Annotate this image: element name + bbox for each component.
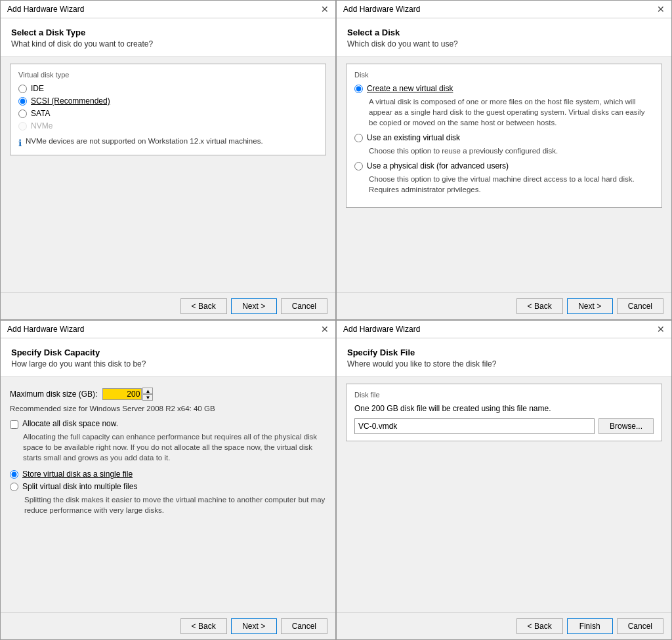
label-scsi: SCSI (Recommended) — [31, 96, 110, 106]
next-button-2[interactable]: Next > — [567, 298, 613, 314]
label-new-virtual: Create a new virtual disk — [367, 84, 453, 93]
radio-sata[interactable] — [18, 110, 27, 118]
option-multiple-files: Split virtual disk into multiple files — [10, 482, 326, 491]
next-button-3[interactable]: Next > — [231, 618, 277, 634]
desc-physical-disk: Choose this option to give the virtual m… — [369, 174, 654, 195]
option-single-file: Store virtual disk as a single file — [10, 470, 326, 479]
back-button-3[interactable]: < Back — [180, 618, 227, 634]
radio-existing-virtual[interactable] — [354, 134, 363, 142]
disk-size-label: Maximum disk size (GB): — [10, 390, 97, 399]
option-ide: IDE — [18, 84, 318, 93]
spinner-buttons: ▲ ▼ — [142, 388, 153, 401]
wizard-header-1: Select a Disk Type What kind of disk do … — [1, 18, 335, 57]
wizard-header-4: Specify Disk File Where would you like t… — [337, 338, 671, 377]
close-button-3[interactable]: ✕ — [321, 325, 329, 334]
panel-disk-capacity: Add Hardware Wizard ✕ Specify Disk Capac… — [0, 320, 336, 640]
file-desc: One 200 GB disk file will be created usi… — [354, 404, 654, 413]
disk-type-label: Virtual disk type — [18, 71, 318, 79]
desc-existing-virtual: Choose this option to reuse a previously… — [369, 146, 654, 156]
label-ide: IDE — [31, 84, 44, 93]
close-button-2[interactable]: ✕ — [657, 5, 665, 14]
option-sata: SATA — [18, 109, 318, 118]
header-title-1: Select a Disk Type — [11, 28, 325, 37]
label-existing-virtual: Use an existing virtual disk — [367, 133, 460, 142]
back-button-4[interactable]: < Back — [516, 618, 563, 634]
option-scsi: SCSI (Recommended) — [18, 96, 318, 106]
wizard-title-2: Add Hardware Wizard — [343, 5, 420, 14]
panel-select-disk-type: Add Hardware Wizard ✕ Select a Disk Type… — [0, 0, 336, 320]
radio-multiple-files[interactable] — [10, 483, 18, 491]
label-sata: SATA — [31, 109, 51, 118]
header-title-3: Specify Disk Capacity — [11, 348, 325, 357]
radio-physical-disk[interactable] — [354, 162, 363, 170]
panel-select-disk: Add Hardware Wizard ✕ Select a Disk Whic… — [336, 0, 672, 320]
wizard-footer-1: < Back Next > Cancel — [1, 292, 335, 319]
wizard-body-4: Disk file One 200 GB disk file will be c… — [337, 377, 671, 612]
radio-scsi[interactable] — [18, 97, 27, 106]
wizard-title-1: Add Hardware Wizard — [7, 5, 84, 14]
file-name-input[interactable] — [354, 418, 595, 434]
titlebar-3: Add Hardware Wizard ✕ — [1, 321, 335, 338]
cancel-button-2[interactable]: Cancel — [617, 298, 663, 314]
option-new-virtual: Create a new virtual disk — [354, 84, 654, 93]
wizard-footer-2: < Back Next > Cancel — [337, 292, 671, 319]
radio-new-virtual[interactable] — [354, 85, 363, 93]
back-button-2[interactable]: < Back — [516, 298, 563, 314]
panel-disk-file: Add Hardware Wizard ✕ Specify Disk File … — [336, 320, 672, 640]
option-physical-disk: Use a physical disk (for advanced users) — [354, 161, 654, 170]
file-input-row: Browse... — [354, 418, 654, 434]
disk-file-label: Disk file — [354, 391, 654, 399]
wizard-header-2: Select a Disk Which disk do you want to … — [337, 18, 671, 57]
wizard-body-2: Disk Create a new virtual disk A virtual… — [337, 57, 671, 292]
spinner-down[interactable]: ▼ — [142, 394, 153, 401]
back-button-1[interactable]: < Back — [180, 298, 227, 314]
option-nvme: NVMe — [18, 121, 318, 130]
split-desc: Splitting the disk makes it easier to mo… — [24, 494, 326, 515]
label-physical-disk: Use a physical disk (for advanced users) — [367, 161, 509, 170]
allocate-desc: Allocating the full capacity can enhance… — [23, 431, 326, 463]
disk-type-section: Virtual disk type IDE SCSI (Recommended)… — [10, 64, 326, 155]
radio-single-file[interactable] — [10, 470, 18, 479]
option-existing-virtual: Use an existing virtual disk — [354, 133, 654, 142]
header-subtitle-4: Where would you like to store the disk f… — [347, 359, 661, 369]
disk-select-section: Disk Create a new virtual disk A virtual… — [346, 64, 662, 208]
wizard-footer-3: < Back Next > Cancel — [1, 612, 335, 639]
disk-file-section: Disk file One 200 GB disk file will be c… — [346, 384, 662, 441]
radio-nvme — [18, 122, 27, 130]
cancel-button-4[interactable]: Cancel — [617, 618, 663, 634]
wizard-body-3: Maximum disk size (GB): ▲ ▼ Recommended … — [1, 377, 335, 612]
titlebar-4: Add Hardware Wizard ✕ — [337, 321, 671, 338]
wizard-title-4: Add Hardware Wizard — [343, 325, 420, 334]
wizard-footer-4: < Back Finish Cancel — [337, 612, 671, 639]
titlebar-2: Add Hardware Wizard ✕ — [337, 1, 671, 18]
wizard-title-3: Add Hardware Wizard — [7, 325, 84, 334]
spinner-up[interactable]: ▲ — [142, 388, 153, 394]
cancel-button-3[interactable]: Cancel — [281, 618, 327, 634]
disk-size-input[interactable] — [102, 388, 142, 400]
nvme-info-note: ℹ NVMe devices are not supported on Work… — [18, 137, 318, 148]
allocate-checkbox-row: Allocate all disk space now. — [10, 419, 326, 429]
header-title-2: Select a Disk — [347, 28, 661, 37]
desc-new-virtual: A virtual disk is composed of one or mor… — [369, 96, 654, 128]
close-button-1[interactable]: ✕ — [321, 5, 329, 14]
recommend-text: Recommended size for Windows Server 2008… — [10, 405, 326, 412]
finish-button[interactable]: Finish — [567, 618, 613, 634]
label-single-file: Store virtual disk as a single file — [22, 470, 133, 479]
info-icon: ℹ — [18, 138, 22, 148]
label-nvme: NVMe — [31, 121, 52, 130]
browse-button[interactable]: Browse... — [598, 418, 654, 434]
allocate-checkbox[interactable] — [10, 420, 18, 429]
header-subtitle-2: Which disk do you want to use? — [347, 39, 661, 49]
wizard-body-1: Virtual disk type IDE SCSI (Recommended)… — [1, 57, 335, 292]
header-title-4: Specify Disk File — [347, 348, 661, 357]
header-subtitle-3: How large do you want this disk to be? — [11, 359, 325, 369]
wizard-header-3: Specify Disk Capacity How large do you w… — [1, 338, 335, 377]
close-button-4[interactable]: ✕ — [657, 325, 665, 334]
disk-select-label: Disk — [354, 71, 654, 79]
label-multiple-files: Split virtual disk into multiple files — [22, 482, 137, 491]
radio-ide[interactable] — [18, 85, 27, 93]
next-button-1[interactable]: Next > — [231, 298, 277, 314]
cancel-button-1[interactable]: Cancel — [281, 298, 327, 314]
allocate-label: Allocate all disk space now. — [22, 419, 118, 428]
nvme-note-text: NVMe devices are not supported on Workst… — [26, 137, 263, 145]
